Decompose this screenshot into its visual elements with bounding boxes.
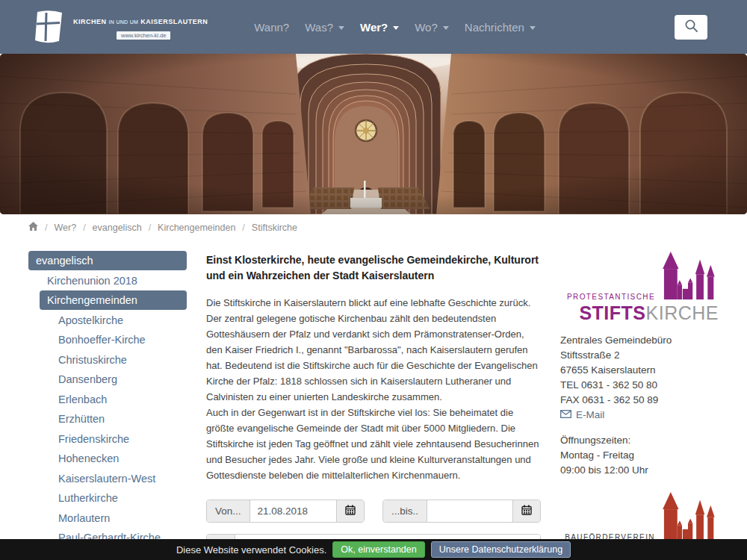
sidebar-item-lutherkirche[interactable]: Lutherkirche [51, 488, 187, 508]
header-search-button[interactable] [675, 15, 707, 40]
church-silhouette-icon [657, 491, 719, 544]
page-title: Einst Klosterkirche, heute evangelische … [206, 252, 541, 284]
chevron-down-icon [530, 26, 536, 30]
contact-fax: FAX 0631 - 362 50 89 [560, 393, 719, 408]
date-from-label: Von... [207, 500, 250, 522]
nav-item-was[interactable]: Was? [305, 21, 344, 34]
contact-block: Zentrales Gemeindebüro Stiftsstraße 2 67… [560, 333, 719, 423]
date-to-label: ...bis.. [383, 500, 427, 522]
date-to-group: ...bis.. [382, 500, 541, 523]
nav-label: Wo? [415, 21, 438, 34]
church-nave-illustration [0, 54, 747, 214]
sidebar-item-christuskirche[interactable]: Christuskirche [51, 350, 187, 370]
stiftskirche-logo-light: KIRCHE [646, 302, 719, 323]
article-paragraph-2: Auch in der Gegenwart ist in der Stiftsk… [206, 405, 541, 483]
nav-label: Nachrichten [465, 21, 524, 34]
breadcrumb-item-kirchengemeinden[interactable]: Kirchengemeinden [158, 223, 235, 233]
contact-tel: TEL 0631 - 362 50 80 [560, 378, 719, 393]
cookie-message: Diese Website verwendet Cookies. [176, 544, 326, 556]
nav-item-wann[interactable]: Wann? [254, 21, 289, 34]
email-label: E-Mail [576, 408, 604, 423]
sidebar-item-hohenecken[interactable]: Hohenecken [51, 449, 187, 468]
sidebar-item-morlautern[interactable]: Morlautern [51, 508, 187, 528]
date-from-picker-button[interactable] [336, 500, 364, 522]
opening-hours-block: Öffnungszeiten: Montag - Freitag 09:00 b… [560, 433, 719, 478]
breadcrumb-item-evangelisch[interactable]: evangelisch [93, 223, 142, 233]
logo-url-badge: www.kirchen-kl.de [117, 31, 170, 40]
site-logo-text: KIRCHEN IN UND UM KAISERSLAUTERN www.kir… [73, 13, 208, 40]
breadcrumb-item-wer[interactable]: Wer? [54, 223, 76, 233]
sidebar-item-evangelisch[interactable]: evangelisch [28, 251, 187, 270]
date-to-input[interactable] [427, 500, 512, 522]
hours-days: Montag - Freitag [560, 448, 719, 463]
breadcrumb-separator: / [242, 223, 244, 233]
date-to-picker-button[interactable] [512, 500, 540, 522]
cookie-banner: Diese Website verwendet Cookies. Ok, ein… [0, 539, 747, 560]
breadcrumb-home[interactable] [28, 222, 38, 233]
main-article: Einst Klosterkirche, heute evangelische … [206, 251, 541, 560]
sidebar-item-kirchengemeinden[interactable]: Kirchengemeinden [40, 290, 187, 310]
hours-time: 09:00 bis 12:00 Uhr [560, 463, 719, 478]
sidebar-item-apostelkirche[interactable]: Apostelkirche [51, 311, 187, 330]
home-icon [28, 222, 38, 233]
sidebar: evangelisch Kirchenunion 2018 Kirchengem… [28, 251, 187, 560]
header: KIRCHEN IN UND UM KAISERSLAUTERN www.kir… [0, 0, 747, 54]
breadcrumb-item-stiftskirche: Stiftskirche [252, 223, 297, 233]
aside-column: PROTESTANTISCHE [560, 251, 719, 560]
sidebar-item-erzhuetten[interactable]: Erzhütten [51, 409, 187, 429]
main-navigation: Wann? Was? Wer? Wo? Nachrichten [254, 21, 536, 34]
church-window-cross-icon [30, 9, 67, 45]
sidebar-item-dansenberg[interactable]: Dansenberg [51, 370, 187, 389]
breadcrumb: / Wer? / evangelisch / Kirchengemeinden … [0, 214, 747, 233]
church-silhouette-icon [657, 251, 719, 303]
logo-title-2: IN UND UM [109, 19, 139, 25]
hero-image [0, 54, 747, 214]
cookie-accept-button[interactable]: Ok, einverstanden [332, 541, 424, 558]
sidebar-item-kirchenunion-2018[interactable]: Kirchenunion 2018 [40, 271, 187, 290]
nav-label: Wer? [360, 21, 388, 34]
breadcrumb-separator: / [45, 223, 47, 233]
sidebar-item-bonhoeffer-kirche[interactable]: Bonhoeffer-Kirche [51, 330, 187, 349]
sidebar-item-friedenskirche[interactable]: Friedenskirche [51, 429, 187, 449]
contact-city: 67655 Kaiserslautern [560, 363, 719, 378]
stiftskirche-logo-subtitle: PROTESTANTISCHE [567, 293, 655, 301]
contact-name: Zentrales Gemeindebüro [560, 333, 719, 348]
contact-street: Stiftsstraße 2 [560, 348, 719, 363]
article-paragraph-1: Die Stiftskirche in Kaiserslautern blick… [206, 295, 541, 405]
chevron-down-icon [443, 26, 449, 30]
calendar-icon [521, 505, 532, 517]
chevron-down-icon [338, 26, 344, 30]
date-from-group: Von... [206, 500, 365, 523]
search-icon [684, 19, 698, 35]
nav-item-wer[interactable]: Wer? [360, 21, 399, 34]
nav-label: Wann? [254, 21, 289, 34]
page: KIRCHEN IN UND UM KAISERSLAUTERN www.kir… [0, 0, 747, 560]
cookie-privacy-button[interactable]: Unsere Datenschutzerklärung [431, 541, 571, 558]
calendar-icon [345, 505, 356, 517]
logo-title-3: KAISERSLAUTERN [140, 18, 208, 25]
breadcrumb-separator: / [83, 223, 85, 233]
logo-title-1: KIRCHEN [73, 18, 107, 25]
date-filter-row: Von... [206, 500, 541, 523]
nav-label: Was? [305, 21, 333, 34]
chevron-down-icon [393, 26, 399, 30]
nav-item-nachrichten[interactable]: Nachrichten [465, 21, 536, 34]
content-area: evangelisch Kirchenunion 2018 Kirchengem… [0, 233, 747, 560]
sidebar-item-kaiserslautern-west[interactable]: Kaiserslautern-West [51, 469, 187, 488]
nav-item-wo[interactable]: Wo? [415, 21, 449, 34]
date-from-input[interactable] [250, 500, 336, 522]
sidebar-item-erlenbach[interactable]: Erlenbach [51, 390, 187, 409]
stiftskirche-logo[interactable]: PROTESTANTISCHE [560, 251, 719, 323]
breadcrumb-separator: / [149, 223, 151, 233]
email-link[interactable]: E-Mail [560, 408, 719, 423]
envelope-icon [560, 408, 571, 423]
stiftskirche-logo-bold: STIFTS [579, 302, 645, 323]
hours-title: Öffnungszeiten: [560, 433, 719, 448]
site-logo[interactable]: KIRCHEN IN UND UM KAISERSLAUTERN www.kir… [30, 9, 208, 45]
